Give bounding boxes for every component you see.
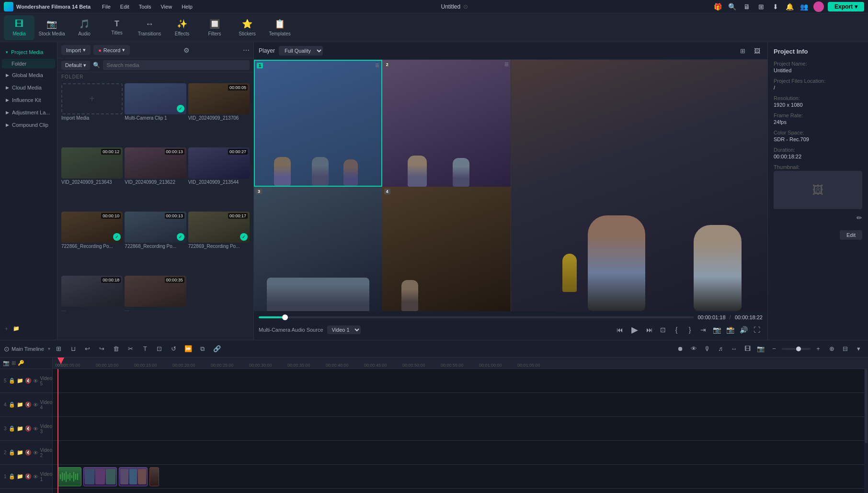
sidebar-folder[interactable]: Folder xyxy=(2,59,55,68)
timeline-mode-icon[interactable]: ⊙ xyxy=(4,345,10,353)
menu-tools[interactable]: Tools xyxy=(135,3,155,11)
gift-icon[interactable]: 🎁 xyxy=(713,1,723,12)
tl-redo-icon[interactable]: ↪ xyxy=(96,343,108,355)
users-icon[interactable]: 👥 xyxy=(799,1,810,12)
tl-cam-icon[interactable]: 📷 xyxy=(3,360,10,366)
track-5-folder-icon[interactable]: 📁 xyxy=(17,378,23,384)
track-5-audio-icon[interactable]: 🔇 xyxy=(25,378,32,384)
filter-icon[interactable]: ⚙ xyxy=(183,46,190,54)
sidebar-item-global-media[interactable]: ▶ Global Media xyxy=(2,69,55,81)
camera-button[interactable]: 📷 xyxy=(711,324,722,336)
mark-in-button[interactable]: { xyxy=(671,324,682,336)
tl-record-cam-icon[interactable]: ⏺ xyxy=(674,343,686,355)
import-media-thumb[interactable]: + xyxy=(61,83,123,114)
tl-speed-icon[interactable]: ⏩ xyxy=(183,343,194,355)
download-icon[interactable]: ⬇ xyxy=(770,1,781,12)
audio-source-select[interactable]: Video 1 xyxy=(327,325,361,334)
toolbar-titles[interactable]: T Titles xyxy=(102,15,132,40)
tl-keyframe-icon[interactable]: 🔑 xyxy=(18,360,24,366)
menu-view[interactable]: View xyxy=(157,3,176,11)
list-item[interactable]: 00:00:18 — xyxy=(61,276,123,338)
search-input[interactable] xyxy=(103,60,250,70)
cam-cell-3[interactable]: 3 xyxy=(254,187,382,312)
cam-cell-4[interactable]: 4 xyxy=(382,187,511,312)
track-4-audio-icon[interactable]: 🔇 xyxy=(25,402,32,408)
track-row-2[interactable] xyxy=(53,441,868,465)
list-item[interactable]: 00:00:05 VID_20240909_213706 xyxy=(188,83,250,146)
clip-audio[interactable] xyxy=(57,467,81,486)
track-3-lock-icon[interactable]: 🔒 xyxy=(9,426,15,432)
mark-out-button[interactable]: } xyxy=(684,324,696,336)
list-item[interactable]: ✓ Multi-Camera Clip 1 xyxy=(125,83,186,146)
track-4-folder-icon[interactable]: 📁 xyxy=(17,402,23,408)
tl-zoom-out-icon[interactable]: − xyxy=(768,343,780,355)
menu-edit[interactable]: Edit xyxy=(116,3,133,11)
crop-button[interactable]: ⊡ xyxy=(657,324,669,336)
sidebar-item-influence-kit[interactable]: ▶ Influence Kit xyxy=(2,94,55,106)
track-1-folder-icon[interactable]: 📁 xyxy=(17,473,23,480)
track-3-folder-icon[interactable]: 📁 xyxy=(17,426,23,432)
more-options-icon[interactable]: ⋯ xyxy=(243,46,250,54)
menu-help[interactable]: Help xyxy=(178,3,196,11)
track-row-5[interactable] xyxy=(53,369,868,393)
import-button[interactable]: Import ▾ xyxy=(61,45,91,55)
toolbar-templates[interactable]: 📋 Templates xyxy=(264,15,295,40)
tl-copy-icon[interactable]: ⧉ xyxy=(197,343,208,355)
tl-crop-icon[interactable]: ⊡ xyxy=(154,343,165,355)
track-1-eye-icon[interactable]: 👁 xyxy=(33,474,38,480)
tl-mic-icon[interactable]: 🎙 xyxy=(701,343,713,355)
grid-view-icon[interactable]: ⊞ xyxy=(737,45,748,56)
grid-icon[interactable]: ⊞ xyxy=(756,1,766,12)
toolbar-filters[interactable]: 🔲 Filters xyxy=(199,15,230,40)
toolbar-stickers[interactable]: ⭐ Stickers xyxy=(232,15,263,40)
track-1-lock-icon[interactable]: 🔒 xyxy=(9,473,15,480)
list-item[interactable]: 00:00:17 ✓ 722869_Recording Po... xyxy=(188,212,250,274)
tl-cut-icon[interactable]: ✂ xyxy=(125,343,137,355)
default-button[interactable]: Default ▾ xyxy=(61,61,90,70)
tl-add-track-icon[interactable]: ⊕ xyxy=(826,343,837,355)
tl-multicam-icon[interactable]: ⊞ xyxy=(11,360,16,366)
thumbnail-edit-icon[interactable]: ✏ xyxy=(857,214,862,222)
track-2-folder-icon[interactable]: 📁 xyxy=(17,449,23,456)
track-2-lock-icon[interactable]: 🔒 xyxy=(9,449,15,456)
snapshot-button[interactable]: 📸 xyxy=(724,324,736,336)
list-item[interactable]: 00:00:10 ✓ 722866_Recording Po... xyxy=(61,212,123,274)
cam-cell-1[interactable]: 1 ☰ xyxy=(254,60,382,187)
timeline-scrollbar[interactable] xyxy=(864,369,868,493)
toolbar-media[interactable]: 🎞 Media xyxy=(4,15,34,40)
toolbar-stock-media[interactable]: 📷 Stock Media xyxy=(36,15,67,40)
image-view-icon[interactable]: 🖼 xyxy=(751,45,763,56)
list-item[interactable]: 00:00:12 VID_20240909_213643 xyxy=(61,147,123,210)
tl-audio-track-icon[interactable]: ♬ xyxy=(715,343,726,355)
sidebar-item-adjustment[interactable]: ▶ Adjustment La... xyxy=(2,107,55,118)
timeline-expand-icon[interactable]: ▾ xyxy=(48,346,50,351)
track-4-lock-icon[interactable]: 🔒 xyxy=(9,402,15,408)
clip-multicam-1[interactable] xyxy=(83,467,117,486)
quality-select[interactable]: Full Quality xyxy=(279,46,323,56)
zoom-slider[interactable] xyxy=(782,348,811,350)
tl-undo-icon[interactable]: ↩ xyxy=(82,343,93,355)
progress-bar[interactable] xyxy=(259,316,694,318)
clip-end[interactable] xyxy=(149,467,159,486)
track-row-4[interactable] xyxy=(53,393,868,417)
toolbar-transitions[interactable]: ↔ Transitions xyxy=(134,15,165,40)
step-back-button[interactable]: ⏮ xyxy=(614,324,626,336)
tl-rotate-icon[interactable]: ↺ xyxy=(168,343,180,355)
track-2-audio-icon[interactable]: 🔇 xyxy=(25,449,32,456)
track-5-eye-icon[interactable]: 👁 xyxy=(33,378,38,384)
track-2-eye-icon[interactable]: 👁 xyxy=(33,450,38,456)
tl-link-icon[interactable]: 🔗 xyxy=(211,343,223,355)
sidebar-item-project-media[interactable]: ▾ Project Media xyxy=(2,46,55,58)
volume-button[interactable]: 🔊 xyxy=(738,324,749,336)
track-row-3[interactable] xyxy=(53,417,868,441)
track-1-audio-icon[interactable]: 🔇 xyxy=(25,473,32,480)
user-avatar[interactable] xyxy=(813,1,824,12)
edit-button[interactable]: Edit xyxy=(840,230,862,240)
track-4-eye-icon[interactable]: 👁 xyxy=(33,402,38,408)
list-item[interactable]: + Import Media xyxy=(61,83,123,146)
bell-icon[interactable]: 🔔 xyxy=(785,1,795,12)
sync-button[interactable]: ⇥ xyxy=(697,324,709,336)
monitor-icon[interactable]: 🖥 xyxy=(742,1,752,12)
menu-file[interactable]: File xyxy=(98,3,114,11)
track-5-lock-icon[interactable]: 🔒 xyxy=(9,378,15,384)
